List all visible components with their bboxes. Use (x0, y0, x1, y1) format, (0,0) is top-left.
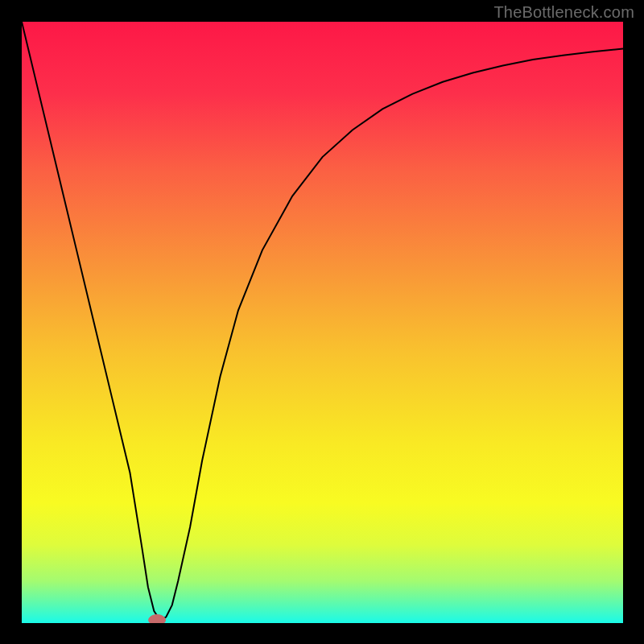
gradient-background (22, 22, 623, 623)
watermark-text: TheBottleneck.com (493, 3, 634, 22)
bottleneck-marker (149, 615, 166, 623)
chart-svg (22, 22, 623, 623)
plot-area (22, 22, 623, 623)
chart-frame: TheBottleneck.com (0, 0, 644, 644)
